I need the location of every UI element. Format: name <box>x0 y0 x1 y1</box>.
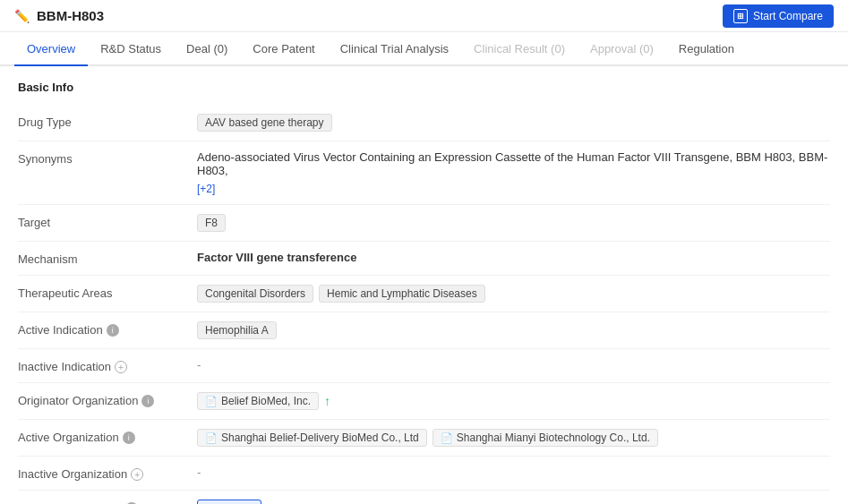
active-org-name-2: Shanghai Mianyi Biotechnology Co., Ltd. <box>457 431 650 444</box>
start-compare-button[interactable]: ⊞ Start Compare <box>723 4 834 28</box>
label-target: Target <box>18 214 197 229</box>
tab-clinical-trial[interactable]: Clinical Trial Analysis <box>328 32 461 66</box>
drug-type-tag: AAV based gene therapy <box>197 114 332 132</box>
inactive-org-dash: - <box>197 466 201 479</box>
therapeutic-tag-2: Hemic and Lymphatic Diseases <box>319 285 485 303</box>
label-inactive-org: Inactive Organization + <box>18 466 197 481</box>
label-therapeutic-areas: Therapeutic Areas <box>18 285 197 300</box>
row-drug-type: Drug Type AAV based gene therapy <box>18 105 830 141</box>
org-doc-icon-2: 📄 <box>441 432 453 444</box>
nav-tabs: Overview R&D Status Deal (0) Core Patent… <box>0 32 848 66</box>
value-originator-org: 📄 Belief BioMed, Inc. ↑ <box>197 392 830 410</box>
target-tag: F8 <box>197 214 226 232</box>
active-indication-info-icon[interactable]: i <box>107 324 119 337</box>
originator-org-name: Belief BioMed, Inc. <box>221 395 311 407</box>
tab-rd-status[interactable]: R&D Status <box>88 32 174 66</box>
row-active-indication: Active Indication i Hemophilia A <box>18 312 830 349</box>
row-originator-org: Originator Organization i 📄 Belief BioMe… <box>18 383 830 420</box>
tab-core-patent[interactable]: Core Patent <box>240 32 327 66</box>
inactive-indication-info-icon[interactable]: + <box>115 361 127 373</box>
arrow-up-icon: ↑ <box>324 394 330 408</box>
app-title: BBM-H803 <box>37 8 104 23</box>
inactive-indication-dash: - <box>197 358 201 372</box>
tab-deal[interactable]: Deal (0) <box>174 32 240 66</box>
row-drug-highest-phase: Drug Highest Phase i Phase 1/2 <box>18 491 830 504</box>
label-originator-org: Originator Organization i <box>18 392 197 407</box>
basic-info-title: Basic Info <box>18 81 830 94</box>
label-mechanism: Mechanism <box>18 251 197 266</box>
row-mechanism: Mechanism Factor VIII gene transference <box>18 242 830 276</box>
value-drug-type: AAV based gene therapy <box>197 114 830 132</box>
edit-icon: ✏️ <box>14 9 30 23</box>
active-org-tag-2: 📄 Shanghai Mianyi Biotechnology Co., Ltd… <box>433 429 658 447</box>
label-drug-type: Drug Type <box>18 114 197 129</box>
label-active-org: Active Organization i <box>18 429 197 444</box>
row-active-org: Active Organization i 📄 Shanghai Belief-… <box>18 420 830 457</box>
originator-org-info-icon[interactable]: i <box>141 395 154 407</box>
tab-clinical-result[interactable]: Clinical Result (0) <box>461 32 578 66</box>
label-drug-highest-phase: Drug Highest Phase i <box>18 500 197 504</box>
app-header: ✏️ BBM-H803 ⊞ Start Compare <box>0 0 848 32</box>
originator-org-tag: 📄 Belief BioMed, Inc. <box>197 392 319 410</box>
org-doc-icon-1: 📄 <box>205 432 218 444</box>
row-target: Target F8 <box>18 205 830 242</box>
value-active-org: 📄 Shanghai Belief-Delivery BioMed Co., L… <box>197 429 830 447</box>
value-therapeutic-areas: Congenital Disorders Hemic and Lymphatic… <box>197 285 830 303</box>
label-active-indication: Active Indication i <box>18 321 197 337</box>
value-drug-highest-phase: Phase 1/2 <box>197 500 830 504</box>
row-synonyms: Synonyms Adeno-associated Virus Vector C… <box>18 141 830 205</box>
active-org-name-1: Shanghai Belief-Delivery BioMed Co., Ltd <box>221 431 419 444</box>
value-target: F8 <box>197 214 830 232</box>
tab-approval[interactable]: Approval (0) <box>578 32 666 66</box>
value-active-indication: Hemophilia A <box>197 321 830 339</box>
row-inactive-org: Inactive Organization + - <box>18 457 830 491</box>
value-mechanism: Factor VIII gene transference <box>197 251 830 264</box>
compare-icon: ⊞ <box>733 9 748 23</box>
value-synonyms: Adeno-associated Virus Vector Containing… <box>197 150 830 195</box>
value-inactive-indication: - <box>197 358 830 372</box>
label-synonyms: Synonyms <box>18 150 197 166</box>
mechanism-text: Factor VIII gene transference <box>197 251 356 264</box>
content-area: Basic Info Drug Type AAV based gene ther… <box>0 66 848 504</box>
inactive-org-info-icon[interactable]: + <box>131 468 143 481</box>
value-inactive-org: - <box>197 466 830 479</box>
active-org-tag-1: 📄 Shanghai Belief-Delivery BioMed Co., L… <box>197 429 427 447</box>
drug-phase-tag: Phase 1/2 <box>197 500 261 504</box>
header-left: ✏️ BBM-H803 <box>14 8 104 23</box>
active-indication-tag: Hemophilia A <box>197 321 277 339</box>
org-doc-icon: 📄 <box>205 396 218 407</box>
active-org-info-icon[interactable]: i <box>123 431 135 444</box>
synonyms-plus[interactable]: [+2] <box>197 183 215 195</box>
row-inactive-indication: Inactive Indication + - <box>18 349 830 383</box>
tab-regulation[interactable]: Regulation <box>666 32 747 66</box>
synonyms-text: Adeno-associated Virus Vector Containing… <box>197 150 830 177</box>
row-therapeutic-areas: Therapeutic Areas Congenital Disorders H… <box>18 276 830 312</box>
tab-overview[interactable]: Overview <box>14 32 88 66</box>
label-inactive-indication: Inactive Indication + <box>18 358 197 373</box>
start-compare-label: Start Compare <box>753 10 823 22</box>
therapeutic-tag-1: Congenital Disorders <box>197 285 313 303</box>
